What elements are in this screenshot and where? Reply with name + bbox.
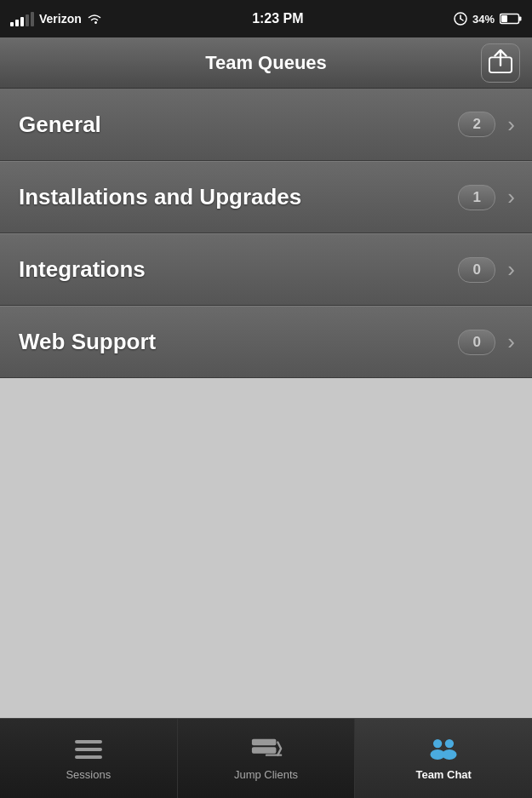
nav-bar: Team Queues <box>0 37 532 89</box>
tab-team-chat[interactable]: Team Chat <box>355 719 532 798</box>
svg-line-2 <box>460 19 463 20</box>
svg-point-13 <box>271 741 274 744</box>
status-time: 1:23 PM <box>252 11 303 26</box>
sessions-tab-label: Sessions <box>66 768 111 781</box>
svg-rect-8 <box>75 740 102 743</box>
svg-point-14 <box>271 749 274 752</box>
status-bar: Verizon 1:23 PM 34% <box>0 0 532 37</box>
svg-point-19 <box>442 749 456 760</box>
queue-item-label: Web Support <box>19 329 156 355</box>
battery-icon <box>500 13 522 25</box>
page-title: Team Queues <box>205 52 327 74</box>
queue-item-label: General <box>19 112 101 138</box>
team-chat-icon <box>427 736 460 763</box>
queue-item-label: Installations and Upgrades <box>19 184 301 210</box>
status-left: Verizon <box>10 12 102 26</box>
queue-badge: 1 <box>458 185 495 210</box>
queue-list-item[interactable]: Installations and Upgrades1› <box>0 161 532 233</box>
sessions-icon <box>72 736 105 763</box>
queue-list-item[interactable]: Web Support0› <box>0 306 532 378</box>
tab-jump-clients[interactable]: Jump Clients <box>178 719 356 798</box>
signal-bars <box>10 12 34 26</box>
queue-badge: 0 <box>458 257 495 283</box>
svg-point-18 <box>445 739 454 748</box>
wifi-icon <box>87 13 102 25</box>
tab-bar: Sessions Jump Clients <box>0 718 532 798</box>
queue-list-item[interactable]: Integrations0› <box>0 233 532 306</box>
queue-badge: 2 <box>458 112 495 137</box>
status-right: 34% <box>454 12 522 26</box>
svg-rect-5 <box>501 15 507 22</box>
queue-list: General2›Installations and Upgrades1›Int… <box>0 89 532 378</box>
chevron-right-icon: › <box>507 184 515 210</box>
share-icon <box>489 49 512 77</box>
chevron-right-icon: › <box>507 112 515 138</box>
svg-rect-10 <box>75 755 102 759</box>
tab-sessions[interactable]: Sessions <box>0 719 178 798</box>
queue-list-item[interactable]: General2› <box>0 89 532 161</box>
queue-item-label: Integrations <box>19 256 146 283</box>
clock-icon <box>454 12 467 26</box>
battery-percent: 34% <box>472 13 495 26</box>
svg-rect-4 <box>518 17 521 21</box>
svg-rect-9 <box>75 748 102 751</box>
chevron-right-icon: › <box>507 256 515 283</box>
chevron-right-icon: › <box>507 329 515 355</box>
queue-badge: 0 <box>458 330 495 355</box>
share-button[interactable] <box>481 43 520 83</box>
jump-clients-tab-label: Jump Clients <box>234 768 298 781</box>
jump-clients-icon <box>250 736 283 763</box>
svg-point-16 <box>433 739 442 748</box>
team-chat-tab-label: Team Chat <box>415 768 472 781</box>
empty-area <box>0 378 532 702</box>
carrier-label: Verizon <box>39 12 82 26</box>
